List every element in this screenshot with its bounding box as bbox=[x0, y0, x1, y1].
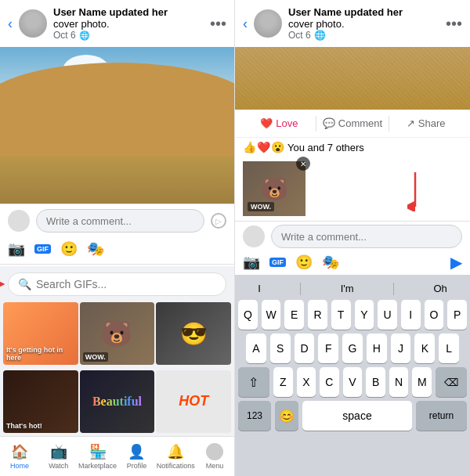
globe-icon-right: 🌐 bbox=[314, 30, 326, 41]
bear-preview-emoji: 🐻 bbox=[261, 176, 288, 202]
sunglasses-emoji: 😎 bbox=[180, 321, 208, 347]
key-row-1: Q W E R T Y U I O P bbox=[238, 300, 467, 330]
back-button-left[interactable]: ‹ bbox=[8, 16, 13, 32]
gif-preview-box[interactable]: 🐻 WOW. ✕ bbox=[243, 161, 306, 216]
love-emoji: ❤️ bbox=[257, 141, 270, 153]
post-info-left: User Name updated her cover photo. Oct 6… bbox=[53, 6, 204, 41]
key-emoji[interactable]: 😊 bbox=[275, 401, 298, 431]
key-shift[interactable]: ⇧ bbox=[238, 367, 269, 397]
key-v[interactable]: V bbox=[343, 367, 363, 397]
key-123[interactable]: 123 bbox=[238, 401, 271, 431]
share-icon: ↗ bbox=[407, 117, 415, 129]
camera-icon-right[interactable]: 📷 bbox=[243, 254, 260, 271]
nav-watch[interactable]: 📺 Watch bbox=[39, 440, 78, 473]
gif-item-4[interactable]: That's hot! bbox=[3, 370, 78, 433]
avatar-right bbox=[254, 9, 282, 38]
key-g[interactable]: G bbox=[342, 334, 363, 363]
reaction-bar: ❤️ Love 💬 Comment ↗ Share bbox=[235, 110, 470, 138]
comment-input-right[interactable] bbox=[271, 225, 462, 248]
gif-item-3[interactable]: 😎 bbox=[156, 302, 231, 365]
gif-search-section: 🔍 It's getting hot in here bbox=[0, 266, 234, 436]
bear-emoji-2: 🐻 bbox=[101, 319, 132, 348]
gif-item-6[interactable]: HOT bbox=[156, 370, 231, 433]
notifications-label: Notifications bbox=[157, 462, 195, 470]
suggestion-im[interactable]: I'm bbox=[341, 283, 354, 295]
nav-marketplace[interactable]: 🏪 Marketplace bbox=[78, 440, 118, 473]
home-icon: 🏠 bbox=[11, 443, 28, 460]
emoji-icon-left[interactable]: 🙂 bbox=[60, 240, 78, 258]
key-r[interactable]: R bbox=[308, 300, 327, 330]
key-i[interactable]: I bbox=[401, 300, 421, 330]
key-u[interactable]: U bbox=[378, 300, 397, 330]
reaction-emojis: 👍 ❤️ 😮 bbox=[243, 141, 284, 153]
key-return[interactable]: return bbox=[416, 401, 467, 431]
gif-label-4: That's hot! bbox=[6, 422, 42, 430]
suggestion-i[interactable]: I bbox=[258, 283, 261, 295]
key-n[interactable]: N bbox=[389, 367, 409, 397]
gif-item-5[interactable]: Beautiful bbox=[80, 370, 155, 433]
more-button-left[interactable]: ••• bbox=[210, 15, 226, 33]
key-j[interactable]: J bbox=[391, 334, 411, 363]
share-button[interactable]: ↗ Share bbox=[389, 114, 462, 132]
key-p[interactable]: P bbox=[447, 300, 467, 330]
key-k[interactable]: K bbox=[414, 334, 435, 363]
love-button[interactable]: ❤️ Love bbox=[243, 114, 316, 132]
key-y[interactable]: Y bbox=[355, 300, 374, 330]
key-d[interactable]: D bbox=[295, 334, 315, 363]
cover-photo-right bbox=[235, 47, 470, 110]
red-arrow-indicator bbox=[0, 276, 5, 292]
sticker-icon-right[interactable]: 🎭 bbox=[322, 254, 339, 271]
comment-input-left[interactable] bbox=[36, 209, 204, 233]
close-button-gif[interactable]: ✕ bbox=[296, 157, 310, 171]
gif-search-bar[interactable]: 🔍 bbox=[8, 272, 226, 296]
key-s[interactable]: S bbox=[270, 334, 291, 363]
emoji-icon-right[interactable]: 🙂 bbox=[295, 254, 313, 271]
key-row-2: A S D F G H J K L bbox=[238, 334, 467, 363]
nav-home[interactable]: 🏠 Home bbox=[0, 440, 39, 473]
menu-label: Menu bbox=[206, 462, 224, 470]
user-name-right: User Name updated her bbox=[288, 6, 439, 18]
suggestion-oh[interactable]: Oh bbox=[433, 283, 446, 295]
gif-item-2[interactable]: 🐻 WOW. bbox=[80, 302, 155, 365]
key-o[interactable]: O bbox=[425, 300, 444, 330]
menu-avatar bbox=[206, 443, 223, 460]
gif-label-1: It's getting hot in here bbox=[6, 346, 78, 362]
nav-profile[interactable]: 👤 Profile bbox=[117, 440, 156, 473]
key-b[interactable]: B bbox=[366, 367, 385, 397]
key-z[interactable]: Z bbox=[273, 367, 293, 397]
comment-button[interactable]: 💬 Comment bbox=[316, 114, 389, 132]
more-button-right[interactable]: ••• bbox=[446, 15, 462, 33]
comment-toolbar-left: 📷 GIF 🙂 🎭 bbox=[0, 237, 234, 262]
key-q[interactable]: Q bbox=[238, 300, 258, 330]
key-t[interactable]: T bbox=[331, 300, 351, 330]
key-h[interactable]: H bbox=[367, 334, 387, 363]
camera-icon-left[interactable]: 📷 bbox=[8, 240, 25, 258]
key-x[interactable]: X bbox=[297, 367, 316, 397]
gif-search-input[interactable] bbox=[36, 278, 216, 290]
key-f[interactable]: F bbox=[318, 334, 338, 363]
key-delete[interactable]: ⌫ bbox=[436, 367, 467, 397]
key-m[interactable]: M bbox=[412, 367, 432, 397]
comment-bubble-icon: 💬 bbox=[323, 117, 335, 129]
sticker-icon-left[interactable]: 🎭 bbox=[87, 240, 104, 258]
wow-tag: WOW. bbox=[248, 202, 274, 211]
key-e[interactable]: E bbox=[284, 300, 304, 330]
nav-menu[interactable]: Menu bbox=[195, 440, 234, 473]
gif-button-left[interactable]: GIF bbox=[34, 244, 51, 254]
profile-label: Profile bbox=[127, 462, 147, 470]
key-c[interactable]: C bbox=[320, 367, 339, 397]
key-space[interactable]: space bbox=[302, 401, 412, 431]
key-a[interactable]: A bbox=[246, 334, 266, 363]
bottom-nav: 🏠 Home 📺 Watch 🏪 Marketplace 👤 Profile 🔔… bbox=[0, 436, 234, 476]
gif-item-1[interactable]: It's getting hot in here bbox=[3, 302, 78, 365]
key-w[interactable]: W bbox=[262, 300, 281, 330]
cover-photo-left bbox=[0, 47, 235, 204]
back-button-right[interactable]: ‹ bbox=[243, 16, 248, 32]
heart-icon: ❤️ bbox=[260, 117, 273, 129]
watch-label: Watch bbox=[49, 462, 68, 470]
nav-notifications[interactable]: 🔔 Notifications bbox=[156, 440, 195, 473]
send-button-left[interactable]: ▷ bbox=[211, 213, 226, 229]
gif-button-right[interactable]: GIF bbox=[269, 258, 286, 267]
send-button-right[interactable]: ▶ bbox=[450, 253, 462, 272]
key-l[interactable]: L bbox=[439, 334, 459, 363]
